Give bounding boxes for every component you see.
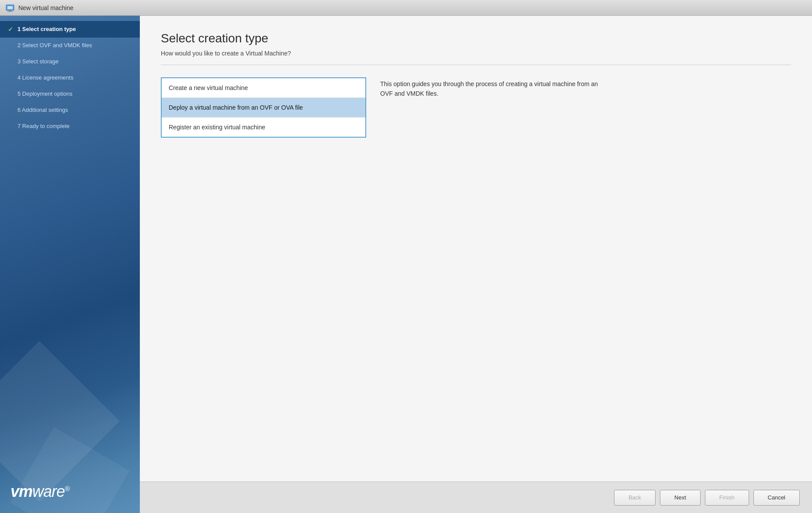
sidebar-item-5-label: 5 Deployment options xyxy=(17,90,73,98)
window-title: New virtual machine xyxy=(18,4,73,11)
sidebar-item-7-label: 7 Ready to complete xyxy=(17,123,69,130)
sidebar-item-3[interactable]: 3 Select storage xyxy=(0,54,140,70)
section-divider xyxy=(161,65,791,65)
sidebar-item-6-num xyxy=(8,107,15,114)
sidebar-item-7[interactable]: 7 Ready to complete xyxy=(0,118,140,135)
page-subtitle: How would you like to create a Virtual M… xyxy=(161,50,791,57)
sidebar-item-4-num xyxy=(8,74,15,82)
check-icon: ✓ xyxy=(8,25,15,33)
page-title: Select creation type xyxy=(161,31,791,45)
svg-rect-3 xyxy=(7,11,13,12)
svg-rect-2 xyxy=(9,10,11,11)
sidebar-item-5-num xyxy=(8,90,15,98)
title-bar: New virtual machine xyxy=(0,0,812,16)
vm-icon xyxy=(5,3,15,13)
sidebar-logo: vmware® xyxy=(0,474,140,513)
back-button[interactable]: Back xyxy=(614,490,656,506)
selection-area: Create a new virtual machine Deploy a vi… xyxy=(161,77,791,138)
option-register-existing[interactable]: Register an existing virtual machine xyxy=(162,118,365,137)
sidebar-item-4[interactable]: 4 License agreements xyxy=(0,70,140,86)
content-area: Select creation type How would you like … xyxy=(140,16,812,513)
sidebar-item-2[interactable]: 2 Select OVF and VMDK files xyxy=(0,38,140,54)
next-button[interactable]: Next xyxy=(660,490,701,506)
sidebar-item-2-num xyxy=(8,42,15,49)
sidebar-item-1[interactable]: ✓ 1 Select creation type xyxy=(0,21,140,38)
content-body: Select creation type How would you like … xyxy=(140,16,812,482)
sidebar-item-6-label: 6 Additional settings xyxy=(17,107,68,114)
description-panel: This option guides you through the proce… xyxy=(380,77,791,138)
svg-rect-1 xyxy=(7,6,13,9)
options-list: Create a new virtual machine Deploy a vi… xyxy=(161,77,366,138)
sidebar-item-3-label: 3 Select storage xyxy=(17,58,59,66)
sidebar-nav: ✓ 1 Select creation type 2 Select OVF an… xyxy=(0,16,140,474)
footer: Back Next Finish Cancel xyxy=(140,482,812,513)
sidebar-item-2-label: 2 Select OVF and VMDK files xyxy=(17,42,92,49)
vmware-logo-text: vmware® xyxy=(10,482,129,501)
sidebar-item-5[interactable]: 5 Deployment options xyxy=(0,86,140,102)
main-container: ✓ 1 Select creation type 2 Select OVF an… xyxy=(0,16,812,513)
sidebar-item-7-num xyxy=(8,123,15,130)
finish-button[interactable]: Finish xyxy=(705,490,749,506)
cancel-button[interactable]: Cancel xyxy=(753,490,800,506)
description-text: This option guides you through the proce… xyxy=(380,79,607,99)
sidebar: ✓ 1 Select creation type 2 Select OVF an… xyxy=(0,16,140,513)
sidebar-item-4-label: 4 License agreements xyxy=(17,74,73,82)
option-create-new[interactable]: Create a new virtual machine xyxy=(162,78,365,98)
sidebar-item-6[interactable]: 6 Additional settings xyxy=(0,102,140,118)
sidebar-item-1-label: 1 Select creation type xyxy=(17,26,76,33)
sidebar-item-3-num xyxy=(8,58,15,66)
option-deploy-ovf[interactable]: Deploy a virtual machine from an OVF or … xyxy=(162,98,365,118)
